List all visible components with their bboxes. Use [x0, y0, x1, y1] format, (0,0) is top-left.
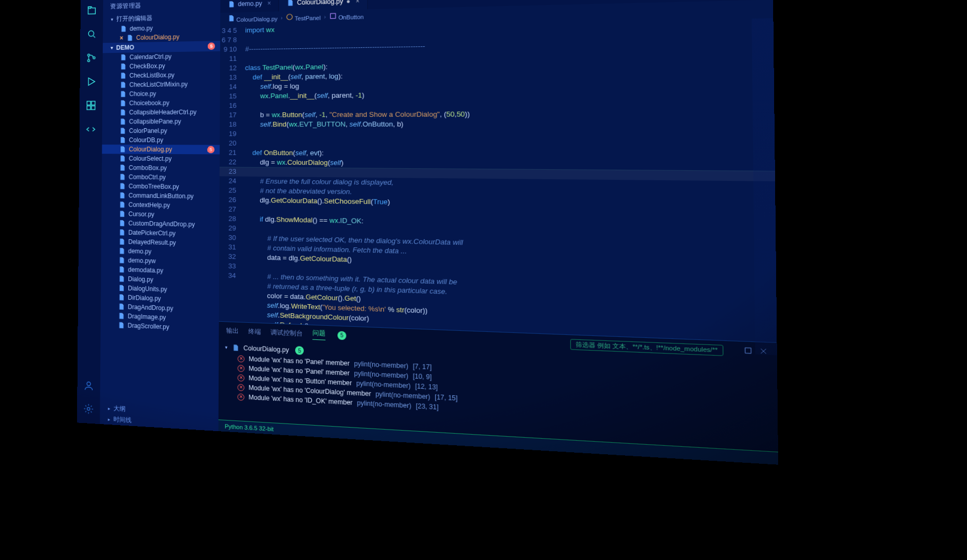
- file-item[interactable]: Choice.py: [102, 89, 220, 99]
- file-item[interactable]: CollapsiblePane.py: [102, 117, 220, 126]
- error-icon: ✕: [238, 374, 245, 381]
- python-file-icon: [119, 91, 126, 98]
- python-file-icon: [119, 54, 126, 61]
- python-file-icon: [119, 109, 126, 116]
- python-file-icon: [119, 173, 126, 180]
- svg-point-1: [88, 54, 90, 56]
- svg-point-0: [89, 31, 94, 36]
- python-file-icon: [118, 266, 125, 273]
- python-file-icon: [119, 100, 126, 107]
- run-debug-icon[interactable]: [86, 76, 97, 89]
- error-icon: ✕: [238, 355, 245, 362]
- file-item[interactable]: Choicebook.py: [102, 98, 220, 108]
- filter-input[interactable]: 筛选器 例如 文本、**/*.ts、!**/node_modules/**: [570, 339, 723, 356]
- minimap[interactable]: [751, 18, 777, 355]
- svg-point-8: [87, 382, 91, 386]
- python-file-icon: [118, 182, 125, 189]
- python-file-icon: [228, 15, 235, 22]
- python-file-icon: [119, 164, 126, 171]
- file-item[interactable]: ColourDB.py: [102, 135, 220, 145]
- python-file-icon: [118, 303, 125, 310]
- python-file-icon: [118, 201, 125, 208]
- python-file-icon: [118, 220, 125, 227]
- python-file-icon: [118, 256, 125, 264]
- source-control-icon[interactable]: [86, 52, 97, 65]
- remote-icon[interactable]: [85, 124, 96, 136]
- search-icon[interactable]: [86, 28, 97, 41]
- python-file-icon: [119, 81, 126, 88]
- file-item[interactable]: CheckListCtrlMixin.py: [102, 79, 220, 90]
- activity-bar: [77, 0, 103, 424]
- python-file-icon: [119, 146, 126, 153]
- panel-tab[interactable]: 问题: [312, 328, 325, 340]
- problems-count-badge: 5: [337, 331, 346, 340]
- dirty-indicator: ●: [347, 0, 351, 5]
- python-file-icon: [228, 1, 235, 8]
- svg-rect-7: [91, 106, 95, 109]
- file-item[interactable]: ColourSelect.py: [102, 154, 220, 164]
- python-file-icon: [119, 72, 126, 79]
- svg-point-2: [88, 59, 90, 61]
- svg-rect-4: [87, 101, 91, 105]
- file-item[interactable]: CheckListBox.py: [103, 70, 220, 81]
- method-icon: [329, 12, 336, 20]
- code-editor[interactable]: 3 4 5 6 7 8 9 10 11 12 13 14 15 16 17 18…: [219, 14, 777, 342]
- file-item[interactable]: ColorPanel.py: [102, 126, 220, 135]
- svg-point-9: [87, 407, 90, 410]
- svg-rect-5: [92, 101, 95, 105]
- file-list: CalendarCtrl.pyCheckBox.pyCheckListBox.p…: [100, 51, 220, 409]
- python-file-icon: [118, 192, 125, 199]
- editor-area: demo.py×ColourDialog.py●× ColourDialog.p…: [219, 0, 779, 465]
- file-item[interactable]: CollapsibleHeaderCtrl.py: [102, 107, 220, 117]
- explorer-sidebar: 资源管理器 打开的编辑器 demo.py×ColourDialog.py DEM…: [100, 0, 220, 431]
- close-icon[interactable]: ×: [356, 0, 360, 5]
- python-file-icon: [119, 118, 126, 125]
- collapse-all-icon[interactable]: [743, 346, 752, 357]
- error-icon: ✕: [237, 393, 244, 400]
- panel-tab[interactable]: 输出: [226, 326, 239, 336]
- python-file-icon: [119, 127, 126, 134]
- python-file-icon: [118, 238, 125, 246]
- file-item[interactable]: ComboBox.py: [102, 163, 220, 173]
- gear-icon[interactable]: [83, 403, 94, 416]
- error-badge: 5: [207, 146, 214, 154]
- extensions-icon[interactable]: [86, 100, 97, 112]
- error-icon: ✕: [238, 384, 245, 391]
- python-file-icon: [117, 321, 124, 329]
- python-file-icon: [126, 34, 133, 41]
- python-file-icon: [118, 312, 125, 320]
- svg-rect-6: [87, 106, 91, 109]
- explorer-icon[interactable]: [86, 5, 97, 18]
- breadcrumb-item[interactable]: OnButton: [329, 12, 364, 21]
- python-file-icon: [118, 275, 125, 283]
- class-icon: [286, 13, 293, 21]
- python-file-icon: [120, 25, 127, 32]
- close-icon[interactable]: ×: [120, 34, 123, 41]
- svg-rect-11: [330, 14, 335, 19]
- account-icon[interactable]: [83, 380, 94, 393]
- python-file-icon: [119, 136, 126, 144]
- python-file-icon: [118, 210, 125, 218]
- python-file-icon: [118, 247, 125, 255]
- python-version[interactable]: Python 3.6.5 32-bit: [225, 423, 273, 432]
- panel-tab[interactable]: 调试控制台: [270, 328, 303, 338]
- python-file-icon: [287, 0, 294, 7]
- error-icon: ✕: [238, 365, 245, 372]
- file-item[interactable]: ColourDialog.py5: [102, 145, 220, 154]
- close-icon[interactable]: ×: [267, 0, 271, 7]
- svg-point-10: [287, 14, 292, 20]
- python-file-icon: [119, 63, 126, 70]
- editor-tab[interactable]: demo.py×: [220, 0, 279, 13]
- python-file-icon: [119, 155, 126, 162]
- panel-tab[interactable]: 终端: [248, 327, 261, 336]
- python-file-icon: [118, 285, 125, 292]
- file-item[interactable]: ComboCtrl.py: [102, 172, 220, 183]
- error-badge: 5: [208, 42, 215, 50]
- file-error-badge: 5: [295, 346, 304, 355]
- breadcrumb-item[interactable]: ColourDialog.py: [228, 14, 278, 23]
- breadcrumb-item[interactable]: TestPanel: [286, 13, 320, 22]
- code-content[interactable]: import wx #-----------------------------…: [240, 14, 777, 342]
- python-file-icon: [118, 229, 125, 236]
- python-file-icon: [232, 344, 239, 352]
- python-file-icon: [118, 294, 125, 301]
